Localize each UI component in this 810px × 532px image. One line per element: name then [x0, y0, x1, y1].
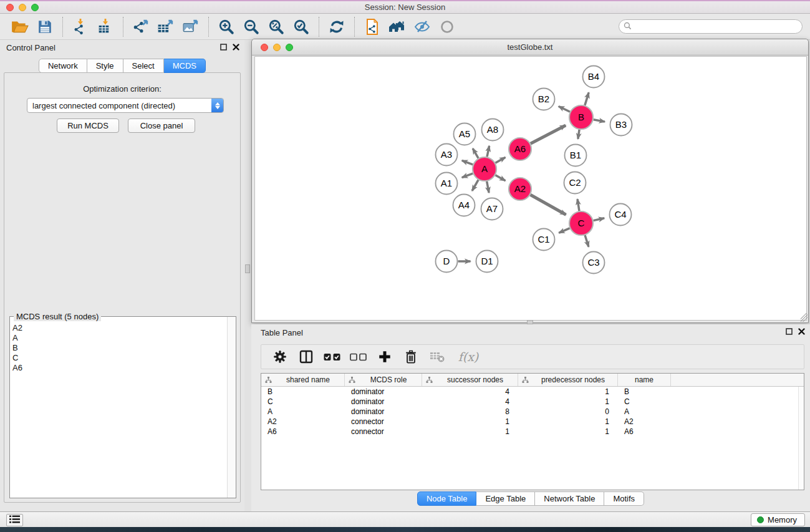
show-columns-button[interactable]	[297, 347, 315, 366]
node-A8[interactable]: A8	[482, 119, 504, 141]
search-input[interactable]	[632, 20, 802, 33]
minimize-window-button[interactable]	[19, 4, 26, 11]
resize-grip-icon[interactable]	[799, 313, 808, 322]
column-header-successor-nodes[interactable]: successor nodes	[422, 374, 518, 386]
cell-MCDS-role[interactable]: dominator	[345, 397, 422, 407]
network-zoom-button[interactable]	[286, 44, 293, 51]
close-panel-button[interactable]: Close panel	[128, 118, 195, 133]
node-D[interactable]: D	[436, 251, 458, 273]
edge-C-C4[interactable]	[594, 218, 605, 221]
network-canvas[interactable]: B4B2BB3A8A5A6A3B1AA1C2A2A4A7C4CC1DD1C3	[254, 56, 807, 321]
node-B4[interactable]: B4	[583, 66, 605, 88]
table-scrollbar[interactable]	[798, 387, 804, 490]
cell-shared-name[interactable]: A	[261, 407, 345, 417]
import-table-button[interactable]	[93, 16, 118, 37]
edge-A-A8[interactable]	[487, 146, 489, 157]
edge-A-A7[interactable]	[487, 181, 489, 193]
zoom-out-button[interactable]	[239, 16, 264, 37]
node-A6[interactable]: A6	[509, 138, 531, 160]
cell-successor-nodes[interactable]: 1	[422, 417, 518, 427]
edge-C-C3[interactable]	[585, 235, 589, 247]
result-scrollbar[interactable]	[227, 317, 236, 498]
edge-A-A6[interactable]	[495, 157, 505, 163]
tab-motifs[interactable]: Motifs	[604, 491, 644, 506]
edge-A6-B[interactable]	[531, 125, 566, 143]
node-C1[interactable]: C1	[533, 229, 555, 251]
cell-predecessor-nodes[interactable]: 1	[518, 397, 618, 407]
tab-node-table[interactable]: Node Table	[417, 491, 477, 506]
edge-A2-C[interactable]	[531, 195, 566, 215]
node-C4[interactable]: C4	[610, 204, 632, 226]
search-box[interactable]	[619, 19, 803, 34]
export-image-button[interactable]	[178, 16, 203, 37]
float-panel-icon[interactable]	[786, 327, 793, 337]
export-table-button[interactable]	[153, 16, 178, 37]
import-network-button[interactable]	[68, 16, 93, 37]
deselect-all-button[interactable]	[350, 347, 367, 366]
cell-shared-name[interactable]: B	[261, 387, 345, 397]
column-header-name[interactable]: name	[618, 374, 671, 386]
node-A2[interactable]: A2	[509, 178, 531, 200]
node-A4[interactable]: A4	[453, 195, 475, 216]
table-header-row[interactable]: shared nameMCDS rolesuccessor nodesprede…	[261, 374, 804, 387]
tab-network-table[interactable]: Network Table	[535, 491, 604, 506]
open-session-button[interactable]	[7, 16, 32, 37]
zoom-window-button[interactable]	[31, 4, 39, 11]
refresh-layout-button[interactable]	[324, 16, 349, 37]
edge-A-A5[interactable]	[473, 148, 478, 158]
result-item[interactable]: A6	[12, 363, 227, 373]
close-panel-icon[interactable]	[798, 327, 805, 337]
node-A1[interactable]: A1	[436, 173, 458, 195]
zoom-fit-button[interactable]	[264, 16, 289, 37]
close-panel-icon[interactable]	[233, 43, 239, 52]
zoom-selected-button[interactable]	[289, 16, 314, 37]
result-item[interactable]: C	[12, 353, 227, 363]
cell-name[interactable]: A2	[618, 417, 671, 427]
table-settings-button[interactable]	[271, 347, 289, 366]
zoom-in-button[interactable]	[214, 16, 239, 37]
edge-C-C1[interactable]	[559, 228, 569, 233]
vertical-splitter[interactable]	[244, 40, 251, 511]
node-A5[interactable]: A5	[454, 123, 476, 145]
home-button[interactable]	[385, 16, 410, 37]
node-B1[interactable]: B1	[565, 145, 587, 167]
node-C2[interactable]: C2	[564, 172, 586, 194]
cell-name[interactable]: C	[618, 397, 671, 407]
network-minimize-button[interactable]	[273, 44, 281, 51]
table-row[interactable]: A6connector11A6	[261, 427, 804, 437]
cell-MCDS-role[interactable]: connector	[345, 417, 422, 427]
float-panel-icon[interactable]	[220, 43, 227, 52]
table-row[interactable]: Adominator80A	[261, 407, 804, 417]
node-D1[interactable]: D1	[476, 251, 498, 273]
memory-button[interactable]: Memory	[751, 513, 805, 526]
cell-shared-name[interactable]: C	[261, 397, 345, 407]
column-header-predecessor-nodes[interactable]: predecessor nodes	[518, 374, 618, 386]
task-history-button[interactable]	[6, 514, 23, 526]
show-birds-eye-button[interactable]	[435, 16, 460, 37]
node-B[interactable]: B	[569, 105, 593, 129]
table-row[interactable]: Bdominator41B	[261, 387, 804, 397]
node-B3[interactable]: B3	[610, 114, 632, 136]
cell-successor-nodes[interactable]: 8	[422, 407, 518, 417]
tab-network[interactable]: Network	[39, 59, 87, 73]
column-header-MCDS-role[interactable]: MCDS role	[345, 374, 422, 386]
cell-successor-nodes[interactable]: 4	[422, 387, 518, 397]
export-network-button[interactable]	[128, 16, 153, 37]
select-all-button[interactable]	[324, 347, 341, 366]
close-window-button[interactable]	[6, 4, 14, 11]
table-row[interactable]: A2connector11A2	[261, 417, 804, 427]
cell-predecessor-nodes[interactable]: 1	[518, 427, 618, 437]
edge-A-A4[interactable]	[472, 180, 478, 191]
node-C[interactable]: C	[569, 211, 593, 235]
cell-shared-name[interactable]: A6	[261, 427, 345, 437]
cell-successor-nodes[interactable]: 4	[422, 397, 518, 407]
result-item[interactable]: A2	[12, 323, 227, 333]
cell-name[interactable]: B	[618, 387, 671, 397]
edge-A-A3[interactable]	[462, 160, 473, 165]
cell-MCDS-role[interactable]: connector	[345, 427, 422, 437]
run-mcds-button[interactable]: Run MCDS	[57, 118, 119, 133]
table-row[interactable]: Cdominator41C	[261, 397, 804, 407]
result-item[interactable]: B	[12, 343, 227, 353]
mcds-result-list[interactable]: A2ABCA6	[10, 319, 227, 498]
cell-successor-nodes[interactable]: 1	[422, 427, 518, 437]
